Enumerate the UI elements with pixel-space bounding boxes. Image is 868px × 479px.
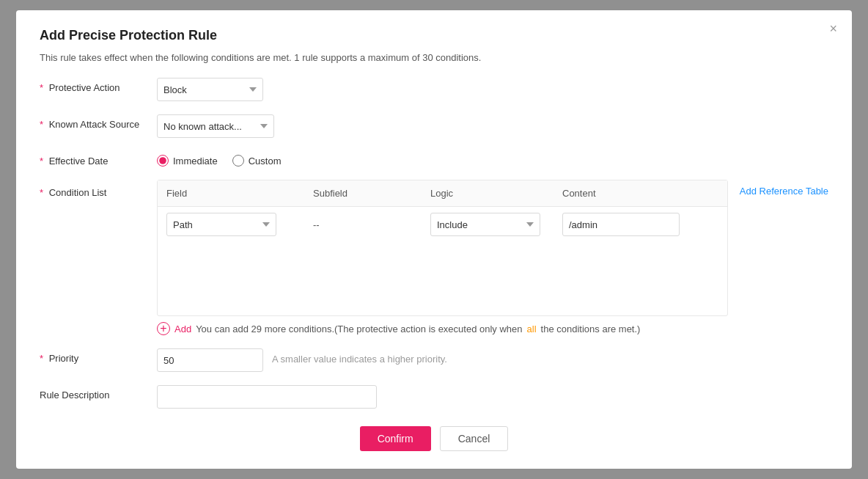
logic-select[interactable]: Include Exclude Equal Not equal [430, 213, 540, 236]
rule-description-input[interactable] [157, 385, 377, 409]
required-star: * [40, 82, 43, 93]
condition-list-row: * Condition List Field Subfield Logic Co… [40, 180, 828, 335]
known-attack-source-row: * Known Attack Source No known attack...… [40, 114, 828, 138]
protective-action-control: Block Allow Log only [157, 78, 828, 101]
header-field: Field [166, 188, 313, 199]
priority-hint: A smaller value indicates a higher prior… [272, 348, 447, 365]
field-select[interactable]: Path IP Header Cookie URL [166, 213, 276, 236]
add-condition-button[interactable]: + [157, 322, 170, 335]
condition-table-header: Field Subfield Logic Content [158, 180, 727, 207]
custom-radio[interactable] [232, 155, 244, 167]
priority-row: * Priority A smaller value indicates a h… [40, 348, 828, 372]
condition-list-inner: Field Subfield Logic Content Path IP [157, 180, 828, 316]
modal-overlay: × Add Precise Protection Rule This rule … [0, 0, 868, 479]
rule-description-control [157, 385, 828, 409]
effective-date-radio-group: Immediate Custom [157, 151, 828, 167]
priority-label: * Priority [40, 348, 157, 364]
protective-action-select[interactable]: Block Allow Log only [157, 78, 263, 101]
immediate-radio-label[interactable]: Immediate [157, 155, 218, 167]
priority-wrap: A smaller value indicates a higher prior… [157, 348, 828, 372]
priority-input[interactable] [157, 348, 263, 372]
add-condition-desc-suffix: the conditions are met.) [541, 323, 641, 334]
add-condition-desc-prefix: You can add 29 more conditions.(The prot… [196, 323, 522, 334]
table-row: Path IP Header Cookie URL -- [158, 207, 727, 242]
custom-radio-label[interactable]: Custom [232, 155, 282, 167]
row-field: Path IP Header Cookie URL [166, 213, 313, 236]
effective-date-row: * Effective Date Immediate Custom [40, 151, 828, 167]
content-input[interactable] [562, 213, 680, 236]
protective-action-row: * Protective Action Block Allow Log only [40, 78, 828, 101]
condition-table: Field Subfield Logic Content Path IP [157, 180, 728, 316]
required-star-4: * [40, 187, 43, 198]
rule-description-label: Rule Description [40, 385, 157, 401]
cancel-button[interactable]: Cancel [440, 426, 509, 451]
add-label[interactable]: Add [174, 323, 191, 334]
known-attack-source-select[interactable]: No known attack... Known attack source 1 [157, 114, 274, 138]
add-reference-table-link[interactable]: Add Reference Table [740, 180, 828, 197]
header-content: Content [562, 188, 718, 199]
row-subfield: -- [313, 219, 430, 230]
header-logic: Logic [430, 188, 562, 199]
condition-list-label: * Condition List [40, 180, 157, 198]
known-attack-source-label: * Known Attack Source [40, 114, 157, 130]
required-star-3: * [40, 156, 43, 167]
confirm-button[interactable]: Confirm [360, 426, 431, 451]
close-button[interactable]: × [829, 22, 837, 35]
modal-description: This rule takes effect when the followin… [40, 52, 828, 63]
table-empty-space [158, 242, 727, 315]
rule-description-row: Rule Description [40, 385, 828, 409]
immediate-radio[interactable] [157, 155, 169, 167]
effective-date-control: Immediate Custom [157, 151, 828, 167]
header-subfield: Subfield [313, 188, 430, 199]
effective-date-label: * Effective Date [40, 151, 157, 167]
row-logic: Include Exclude Equal Not equal [430, 213, 562, 236]
add-condition-all-word: all [527, 323, 537, 334]
priority-control: A smaller value indicates a higher prior… [157, 348, 828, 372]
required-star-5: * [40, 353, 43, 364]
protective-action-label: * Protective Action [40, 78, 157, 93]
condition-list-control: Field Subfield Logic Content Path IP [157, 180, 828, 335]
modal-title: Add Precise Protection Rule [40, 28, 828, 43]
known-attack-source-control: No known attack... Known attack source 1 [157, 114, 828, 138]
modal-dialog: × Add Precise Protection Rule This rule … [16, 10, 852, 469]
footer-buttons: Confirm Cancel [40, 426, 828, 451]
row-content [562, 213, 718, 236]
required-star-2: * [40, 119, 43, 130]
add-condition-row: + Add You can add 29 more conditions.(Th… [157, 322, 828, 335]
